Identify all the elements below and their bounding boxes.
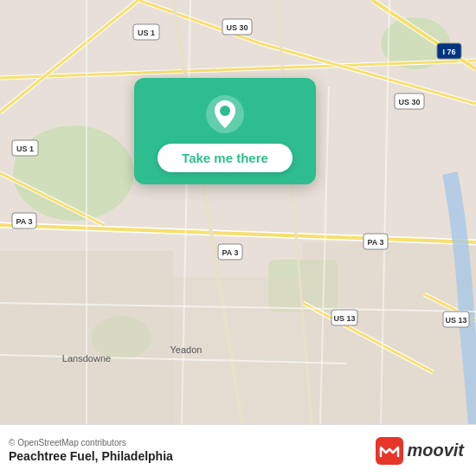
moovit-logo: moovit xyxy=(376,437,464,465)
svg-text:US 30: US 30 xyxy=(398,98,420,106)
location-name: Peachtree Fuel, Philadelphia xyxy=(9,449,173,463)
svg-text:US 13: US 13 xyxy=(445,316,466,325)
location-pin-icon xyxy=(204,93,246,135)
svg-text:US 13: US 13 xyxy=(333,314,355,323)
svg-rect-7 xyxy=(303,242,476,424)
svg-text:Lansdowne: Lansdowne xyxy=(62,353,111,363)
copyright-text: © OpenStreetMap contributors xyxy=(9,438,173,447)
svg-text:US 30: US 30 xyxy=(226,23,248,32)
bottom-info: © OpenStreetMap contributors Peachtree F… xyxy=(9,438,173,463)
svg-text:Yeadon: Yeadon xyxy=(170,344,203,355)
svg-text:PA 3: PA 3 xyxy=(16,217,32,226)
svg-text:US 1: US 1 xyxy=(138,29,155,37)
svg-point-57 xyxy=(220,106,230,116)
map-container: US 1 US 1 US 30 US 30 I 76 PA 3 PA 3 PA … xyxy=(0,0,476,424)
svg-text:I 76: I 76 xyxy=(442,48,455,56)
svg-text:PA 3: PA 3 xyxy=(222,248,238,257)
bottom-bar: © OpenStreetMap contributors Peachtree F… xyxy=(0,424,476,476)
take-me-there-button[interactable]: Take me there xyxy=(158,144,293,172)
popup-card: Take me there xyxy=(134,78,316,184)
svg-text:US 1: US 1 xyxy=(16,145,34,153)
moovit-icon xyxy=(376,437,403,465)
svg-text:PA 3: PA 3 xyxy=(367,238,383,247)
moovit-text: moovit xyxy=(407,441,464,460)
map-svg: US 1 US 1 US 30 US 30 I 76 PA 3 PA 3 PA … xyxy=(0,0,476,424)
